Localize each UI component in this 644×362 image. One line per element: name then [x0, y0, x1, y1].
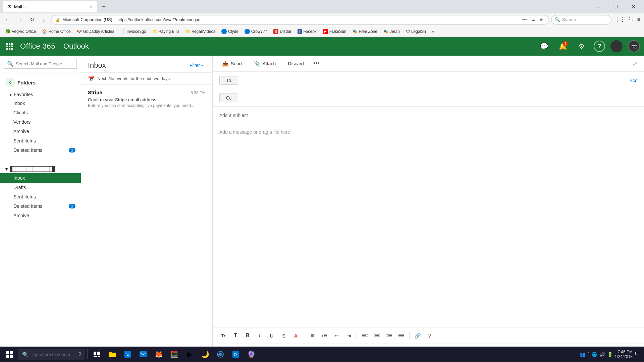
sidebar-item-deleted-fav[interactable]: Deleted Items 2: [0, 145, 81, 155]
home-button[interactable]: ⌂: [39, 15, 49, 25]
bookmark-facebk[interactable]: f Facebk: [295, 28, 319, 35]
increase-indent-button[interactable]: ⇥: [343, 330, 354, 341]
folders-back-icon[interactable]: [5, 78, 15, 87]
skype-button[interactable]: 💬: [537, 40, 551, 53]
cc-input[interactable]: [242, 95, 637, 101]
bookmark-home-office[interactable]: 🏠 Home Office: [39, 28, 73, 35]
browser-menu-icon[interactable]: ≡: [636, 16, 641, 24]
search-people-input[interactable]: [16, 61, 74, 66]
to-input[interactable]: [242, 78, 626, 83]
bookmark-paying-bills[interactable]: 📁 Paying Bills: [150, 28, 182, 35]
sidebar-item-deleted[interactable]: Deleted Items 2: [0, 201, 81, 211]
start-button[interactable]: [1, 347, 17, 362]
link-button[interactable]: 🔗: [412, 330, 423, 341]
bookmark-dizdar[interactable]: B Dizdar: [271, 28, 294, 35]
to-button[interactable]: To: [219, 76, 238, 85]
bold-button[interactable]: B: [242, 330, 253, 341]
media-button[interactable]: ▶: [182, 347, 197, 362]
favorites-header[interactable]: ▾ Favorites: [0, 90, 81, 99]
font-size-decrease-button[interactable]: T▾: [218, 330, 229, 341]
sidebar-item-sent[interactable]: Sent Items: [0, 192, 81, 201]
new-tab-button[interactable]: +: [99, 2, 109, 11]
cc-button[interactable]: Cc: [219, 94, 238, 102]
justify-button[interactable]: [396, 330, 407, 341]
task-view-button[interactable]: [90, 347, 104, 362]
back-button[interactable]: ←: [3, 15, 13, 25]
help-button[interactable]: ?: [594, 41, 605, 52]
numbered-list-button[interactable]: 1.: [319, 330, 330, 341]
firefox-button[interactable]: 🦊: [151, 347, 166, 362]
bcc-button[interactable]: Bcc: [630, 78, 637, 83]
file-explorer-button[interactable]: [105, 347, 120, 362]
bullet-list-button[interactable]: ≡: [307, 330, 318, 341]
calculator-button[interactable]: 🧮: [167, 347, 181, 362]
network-icon[interactable]: 🌐: [592, 352, 597, 357]
bookmark-legalsh[interactable]: 🛡 LegalSh: [403, 28, 429, 35]
search-people-field[interactable]: 🔍: [4, 59, 77, 69]
bookmark-invoice2go[interactable]: 📄 Invoice2go: [117, 28, 149, 35]
notifications-button[interactable]: 🔔 1: [556, 40, 570, 53]
minimize-button[interactable]: —: [590, 2, 605, 12]
strikethrough-button[interactable]: S: [278, 330, 289, 341]
decrease-indent-button[interactable]: ⇤: [331, 330, 342, 341]
address-bar[interactable]: 🔒 Microsoft Corporation (US) | https://o…: [51, 15, 549, 24]
mail-taskbar-button[interactable]: [136, 347, 151, 362]
system-clock[interactable]: 7:46 PM 1/24/2018: [615, 350, 633, 359]
sidebar-item-archive-fav[interactable]: Archive: [0, 127, 81, 136]
tab-title-input[interactable]: [28, 4, 84, 9]
browser-search-bar[interactable]: 🔍 Search: [551, 15, 611, 24]
email-item-stripe[interactable]: Stripe 5:38 PM Confirm your Stripe email…: [81, 85, 212, 113]
camera-button[interactable]: 📷: [628, 40, 640, 52]
expand-compose-button[interactable]: ⤢: [632, 60, 637, 67]
folders-header[interactable]: Folders: [0, 75, 81, 90]
send-toolbar-button[interactable]: 📤 Send: [219, 59, 245, 68]
sidebar-item-inbox-fav[interactable]: Inbox: [0, 99, 81, 108]
toolbar-more-button[interactable]: •••: [313, 60, 320, 67]
bookmark-flikesun[interactable]: ▶ FLikeSun: [320, 28, 349, 35]
subject-input[interactable]: [219, 113, 637, 118]
underline-button[interactable]: U: [266, 330, 277, 341]
action-center-button[interactable]: 🗨: [635, 351, 640, 357]
sidebar-item-archive[interactable]: Archive: [0, 211, 81, 220]
screensaver-button[interactable]: 🌙: [198, 347, 212, 362]
account-header[interactable]: ▾ ██████████████: [0, 163, 81, 173]
font-size-increase-button[interactable]: T: [230, 330, 241, 341]
app-grid-button[interactable]: [4, 41, 15, 52]
browser-tab[interactable]: ✉ Mail - ✕: [3, 1, 97, 12]
sidebar-item-vendors[interactable]: Vendors: [0, 117, 81, 127]
more-format-button[interactable]: ∨: [424, 330, 435, 341]
refresh-button[interactable]: ↻: [27, 15, 37, 25]
other-app-button[interactable]: 🔮: [244, 347, 259, 362]
pocket-icon[interactable]: ☁: [530, 16, 537, 23]
volume-icon[interactable]: 🔊: [599, 352, 605, 357]
maximize-button[interactable]: ❐: [608, 2, 623, 12]
taskbar-search-input[interactable]: [32, 352, 75, 357]
message-area[interactable]: Add a message or drag a file here: [213, 124, 644, 327]
discard-toolbar-button[interactable]: Discard: [285, 60, 306, 68]
forward-button[interactable]: →: [15, 15, 25, 25]
bookmark-star-icon[interactable]: ★: [538, 16, 545, 23]
bookmark-jeran[interactable]: 🎭 Jeran: [381, 28, 402, 35]
chevron-tray-icon[interactable]: ^: [587, 352, 590, 357]
close-button[interactable]: ✕: [626, 2, 641, 12]
sidebar-item-sent-fav[interactable]: Sent Items: [0, 136, 81, 145]
store-button[interactable]: 🛍: [120, 347, 135, 362]
bookmark-veganvideos[interactable]: 📁 VeganVideos: [183, 28, 218, 35]
align-center-button[interactable]: [372, 330, 382, 341]
taskbar-search[interactable]: 🔍 🎙: [18, 349, 85, 360]
bookmark-vegvid-office[interactable]: 🥦 VegVid Office: [3, 28, 39, 35]
battery-icon[interactable]: 🔋: [607, 352, 613, 357]
profile-button[interactable]: [610, 40, 623, 52]
outlook-taskbar-button[interactable]: O: [228, 347, 243, 362]
adblock-icon[interactable]: 🛡: [628, 16, 635, 24]
align-left-button[interactable]: [360, 330, 370, 341]
font-color-button[interactable]: A: [290, 330, 301, 341]
attach-toolbar-button[interactable]: 📎 Attach: [251, 59, 279, 68]
sidebar-item-inbox[interactable]: Inbox: [0, 173, 81, 183]
sidebar-item-clients[interactable]: Clients: [0, 108, 81, 117]
address-more-button[interactable]: •••: [521, 16, 528, 23]
bookmark-crow777[interactable]: Crow777: [242, 28, 270, 35]
bookmark-freezone[interactable]: 🎭 Free Zone: [350, 28, 380, 35]
sidebar-item-drafts[interactable]: Drafts: [0, 183, 81, 192]
bookmark-godaddy[interactable]: 🐶 GoDaddy Articles: [74, 28, 117, 35]
